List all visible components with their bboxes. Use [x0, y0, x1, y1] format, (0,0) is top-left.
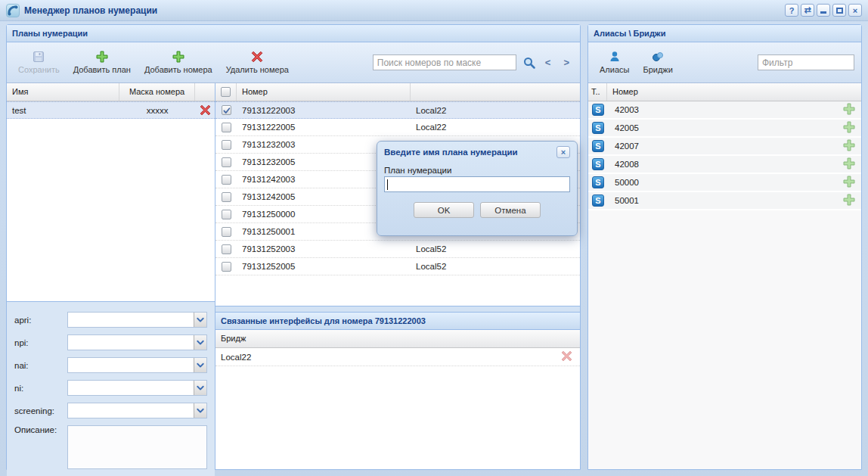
row-checkbox[interactable]	[222, 123, 231, 132]
add-alias-icon[interactable]	[843, 139, 855, 153]
search-icon[interactable]	[523, 57, 535, 69]
bridge-value: Local52	[411, 244, 580, 254]
column-number[interactable]: Номер	[237, 83, 411, 101]
chevron-down-icon[interactable]	[194, 313, 206, 327]
window-titlebar: Менеджер планов нумерации ? ⇄ ×	[0, 0, 868, 21]
filter-input[interactable]	[758, 54, 854, 70]
plans-panel: Планы нумерации Сохранить Добавить план …	[6, 24, 581, 470]
column-alias-number[interactable]: Номер	[607, 83, 861, 101]
bridge-value: Local22	[411, 106, 580, 115]
screening-combobox[interactable]	[67, 403, 207, 418]
alias-row[interactable]: S 50000	[588, 174, 861, 192]
alias-number: 50001	[609, 196, 644, 205]
alias-number: 42008	[609, 160, 644, 169]
close-button[interactable]: ×	[848, 4, 862, 17]
add-alias-icon[interactable]	[843, 176, 855, 189]
number-value: 79131222005	[237, 123, 411, 132]
chevron-down-icon[interactable]	[194, 335, 206, 350]
row-checkbox[interactable]	[222, 140, 231, 150]
plans-toolbar: Сохранить Добавить план Добавить номера …	[7, 42, 580, 83]
npi-combobox[interactable]	[67, 334, 207, 350]
alias-row[interactable]: S 42005	[588, 120, 861, 138]
alias-row[interactable]: S 42008	[588, 156, 861, 174]
row-checkbox[interactable]	[222, 262, 231, 272]
row-checkbox[interactable]	[222, 192, 231, 202]
alias-row[interactable]: S 42003	[588, 101, 861, 120]
npi-label: npi:	[14, 338, 67, 347]
help-button[interactable]: ?	[785, 4, 798, 17]
chevron-down-icon[interactable]	[194, 358, 206, 372]
alias-row[interactable]: S 50001	[588, 192, 861, 210]
cancel-button[interactable]: Отмена	[480, 202, 541, 218]
next-page-button[interactable]: >	[560, 57, 572, 68]
interface-row[interactable]: Local22	[215, 348, 580, 366]
bridges-button[interactable]: Бриджи	[636, 48, 679, 76]
alias-number: 42003	[609, 105, 644, 114]
window-title: Менеджер планов нумерации	[24, 5, 157, 16]
person-icon	[609, 51, 621, 63]
aliases-button-label: Алиасы	[600, 65, 629, 74]
apri-combobox[interactable]	[67, 312, 207, 328]
linked-interfaces-title: Связанные интерфейсы для номера 79131222…	[215, 313, 580, 330]
delete-interface-icon[interactable]	[561, 350, 572, 363]
row-checkbox-checked[interactable]	[222, 105, 231, 115]
add-alias-icon[interactable]	[843, 121, 855, 135]
ok-button[interactable]: OK	[414, 202, 474, 218]
sip-icon: S	[592, 104, 604, 116]
bridge-icon	[652, 51, 664, 63]
plan-name-label: План нумерации	[384, 166, 570, 175]
nai-combobox[interactable]	[67, 357, 207, 373]
bridges-button-label: Бриджи	[643, 65, 672, 74]
number-row[interactable]: 79131252003 Local52	[215, 241, 580, 258]
apri-label: apri:	[14, 316, 67, 325]
maximize-button[interactable]	[832, 4, 846, 17]
select-all-checkbox-cell	[215, 83, 237, 101]
screening-label: screening:	[14, 406, 67, 415]
sip-icon: S	[592, 140, 604, 152]
plus-icon	[96, 51, 108, 63]
number-row[interactable]: 79131222005 Local22	[215, 119, 580, 136]
delete-numbers-button[interactable]: Удалить номера	[219, 48, 296, 76]
refresh-button[interactable]: ⇄	[801, 4, 814, 17]
number-row[interactable]: 79131252005 Local52	[215, 258, 580, 275]
description-textarea[interactable]	[67, 425, 207, 469]
delete-plan-icon[interactable]	[195, 104, 215, 116]
number-row[interactable]: 79131222003 Local22	[215, 101, 580, 119]
number-value: 79131222003	[237, 106, 411, 115]
add-plan-button[interactable]: Добавить план	[67, 48, 138, 76]
add-alias-icon[interactable]	[843, 194, 855, 207]
column-mask[interactable]: Маска номера	[119, 83, 195, 101]
add-alias-icon[interactable]	[843, 103, 855, 117]
ni-combobox[interactable]	[67, 380, 207, 396]
chevron-down-icon[interactable]	[194, 381, 206, 395]
chevron-down-icon[interactable]	[194, 403, 206, 418]
minimize-button[interactable]	[817, 4, 830, 17]
row-checkbox[interactable]	[222, 175, 231, 185]
add-alias-icon[interactable]	[843, 157, 855, 171]
plan-row[interactable]: test xxxxx	[7, 101, 215, 119]
row-checkbox[interactable]	[222, 244, 231, 254]
aliases-button[interactable]: Алиасы	[593, 48, 636, 76]
plans-panel-title: Планы нумерации	[7, 25, 580, 42]
select-all-checkbox[interactable]	[221, 87, 231, 97]
description-label: Описание:	[14, 425, 67, 434]
column-bridge[interactable]: Бридж	[215, 330, 580, 347]
sip-icon: S	[592, 158, 604, 170]
search-input[interactable]	[373, 54, 516, 70]
plan-name-input[interactable]	[384, 176, 570, 192]
add-numbers-button[interactable]: Добавить номера	[138, 48, 219, 76]
row-checkbox[interactable]	[222, 157, 231, 167]
aliases-panel-title: Алиасы \ Бриджи	[588, 25, 861, 42]
row-checkbox[interactable]	[222, 210, 231, 219]
dialog-close-icon[interactable]: ×	[556, 146, 570, 158]
dialog-title: Введите имя плана нумерации	[384, 148, 518, 157]
nai-label: nai:	[14, 361, 67, 370]
column-type[interactable]: T..	[588, 83, 607, 101]
save-button[interactable]: Сохранить	[11, 48, 67, 76]
column-name[interactable]: Имя	[7, 83, 119, 101]
aliases-toolbar: Алиасы Бриджи	[588, 42, 861, 83]
alias-row[interactable]: S 42007	[588, 138, 861, 156]
number-value: 79131252003	[237, 244, 411, 254]
prev-page-button[interactable]: <	[542, 57, 554, 68]
row-checkbox[interactable]	[222, 227, 231, 237]
